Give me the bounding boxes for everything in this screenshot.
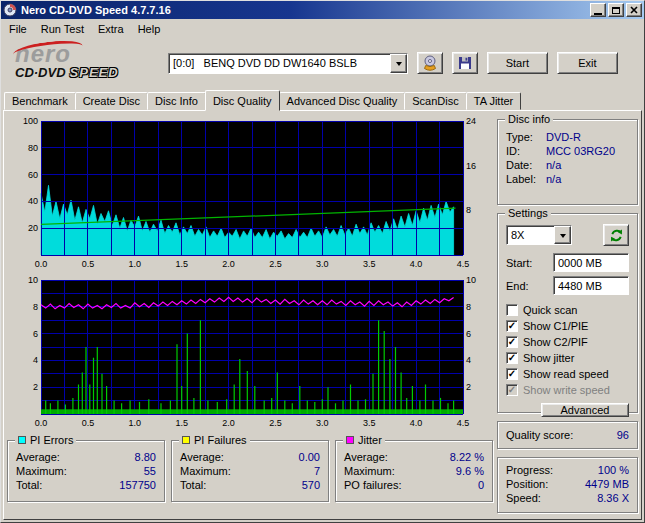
svg-text:100: 100	[23, 116, 38, 126]
stats-title-text: PI Failures	[194, 434, 247, 446]
svg-text:80: 80	[28, 143, 38, 153]
exit-button[interactable]: Exit	[557, 52, 618, 74]
quality-score-value: 96	[617, 429, 629, 441]
tab-ta-jitter[interactable]: TA Jitter	[466, 92, 522, 110]
quality-score-box: Quality score: 96	[497, 421, 638, 449]
svg-text:6: 6	[466, 329, 471, 339]
maximize-button[interactable]	[608, 3, 624, 17]
checkbox-label: Show read speed	[523, 368, 609, 380]
stat-value: 0	[478, 479, 484, 491]
start-field-label: Start:	[506, 257, 532, 269]
chevron-down-icon	[396, 62, 402, 69]
side-column: Disc info Type:DVD-RID:MCC 03RG20Date:n/…	[497, 115, 638, 516]
hand-disc-icon	[422, 55, 438, 71]
stat-row: Maximum:9.6 %	[343, 464, 485, 478]
disc-info-value: n/a	[546, 159, 561, 171]
tab-advanced-disc-quality[interactable]: Advanced Disc Quality	[279, 92, 406, 110]
svg-text:4: 4	[466, 355, 471, 365]
start-input[interactable]	[553, 253, 629, 272]
disc-info-row: Date:n/a	[504, 158, 631, 172]
minimize-button[interactable]	[590, 3, 606, 17]
save-button[interactable]	[452, 52, 478, 74]
drive-select-arrow[interactable]	[390, 54, 407, 73]
svg-text:0.5: 0.5	[82, 259, 95, 269]
stat-row: Maximum:55	[15, 464, 157, 478]
speed-select[interactable]: 8X	[506, 225, 572, 245]
eject-disc-button[interactable]	[417, 52, 443, 74]
stat-label: Maximum:	[180, 465, 231, 477]
checkbox-show-read-speed[interactable]: ✓Show read speed	[506, 366, 629, 381]
checkbox-show-jitter[interactable]: ✓Show jitter	[506, 350, 629, 365]
menu-item-run-test[interactable]: Run Test	[34, 20, 91, 38]
start-button[interactable]: Start	[487, 52, 548, 74]
speed-select-arrow[interactable]	[554, 226, 571, 244]
maximize-icon	[612, 7, 620, 14]
stats-jitter: JitterAverage:8.22 %Maximum:9.6 %PO fail…	[335, 440, 493, 502]
checkbox-box	[506, 304, 518, 316]
stat-row: Average:8.80	[15, 450, 157, 464]
checkbox-quick-scan[interactable]: Quick scan	[506, 302, 629, 317]
logo-cddvd-text: CD·DVD	[15, 65, 66, 80]
progress-row: Position:4479 MB	[504, 477, 631, 491]
stat-value: 8.22 %	[450, 451, 484, 463]
disc-info-row: Label:n/a	[504, 172, 631, 186]
app-icon	[3, 3, 17, 17]
stat-label: PO failures:	[344, 479, 401, 491]
svg-text:2: 2	[33, 382, 38, 392]
refresh-button[interactable]	[603, 224, 629, 246]
stat-value: 570	[302, 479, 320, 491]
advanced-button[interactable]: Advanced	[541, 403, 629, 417]
checkbox-show-c2-pif[interactable]: ✓Show C2/PIF	[506, 334, 629, 349]
disc-info-value: n/a	[546, 173, 561, 185]
drive-select-value: [0:0] BENQ DVD DD DW1640 BSLB	[169, 57, 390, 69]
checkbox-label: Show C1/PIE	[523, 320, 588, 332]
svg-text:4: 4	[33, 355, 38, 365]
disc-info-label: Date:	[506, 159, 546, 171]
checkbox-label: Show write speed	[523, 384, 610, 396]
svg-text:2.5: 2.5	[269, 418, 282, 428]
svg-text:1.0: 1.0	[129, 418, 142, 428]
svg-text:0.5: 0.5	[82, 418, 95, 428]
svg-text:3.5: 3.5	[363, 418, 376, 428]
checkbox-show-c1-pie[interactable]: ✓Show C1/PIE	[506, 318, 629, 333]
stats-title-jitter: Jitter	[343, 434, 385, 446]
checkbox-box: ✓	[506, 336, 518, 348]
tab-scandisc[interactable]: ScanDisc	[404, 92, 466, 110]
pi-errors-color-chip	[18, 436, 26, 444]
disc-quality-panel: 20406080100816240.00.51.01.52.02.53.03.5…	[3, 110, 642, 520]
close-button[interactable]	[626, 3, 642, 17]
tab-disc-quality[interactable]: Disc Quality	[205, 90, 280, 111]
tab-create-disc[interactable]: Create Disc	[75, 92, 148, 110]
stat-value: 0.00	[299, 451, 320, 463]
menu-item-extra[interactable]: Extra	[91, 20, 131, 38]
logo-speed-text: SPEED	[70, 65, 119, 80]
svg-text:4.0: 4.0	[410, 259, 423, 269]
progress-row: Progress:100 %	[504, 463, 631, 477]
end-input[interactable]	[553, 276, 629, 295]
svg-text:0.0: 0.0	[35, 259, 48, 269]
svg-text:3.0: 3.0	[316, 259, 329, 269]
disc-info-value: DVD-R	[546, 131, 581, 143]
drive-select[interactable]: [0:0] BENQ DVD DD DW1640 BSLB	[168, 53, 408, 74]
stats-pi-errors: PI ErrorsAverage:8.80Maximum:55Total:157…	[7, 440, 165, 502]
svg-text:1.5: 1.5	[175, 259, 188, 269]
progress-box: Progress:100 %Position:4479 MBSpeed:8.36…	[497, 457, 638, 513]
menu-bar: FileRun TestExtraHelp	[1, 19, 644, 39]
tab-benchmark[interactable]: Benchmark	[4, 92, 76, 110]
svg-text:6: 6	[33, 329, 38, 339]
tab-disc-info[interactable]: Disc Info	[147, 92, 206, 110]
menu-item-file[interactable]: File	[2, 20, 34, 38]
checkbox-box: ✓	[506, 352, 518, 364]
stats-title-text: Jitter	[358, 434, 382, 446]
disc-info-label: ID:	[506, 145, 546, 157]
svg-text:3.5: 3.5	[363, 259, 376, 269]
svg-text:2.0: 2.0	[222, 418, 235, 428]
stats-row: PI ErrorsAverage:8.80Maximum:55Total:157…	[7, 440, 493, 502]
minimize-icon	[594, 13, 602, 15]
svg-text:4.5: 4.5	[457, 259, 470, 269]
svg-text:0.0: 0.0	[35, 418, 48, 428]
checkbox-box: ✓	[506, 368, 518, 380]
stat-row: Total:157750	[15, 478, 157, 492]
menu-item-help[interactable]: Help	[131, 20, 168, 38]
svg-text:16: 16	[466, 161, 476, 171]
